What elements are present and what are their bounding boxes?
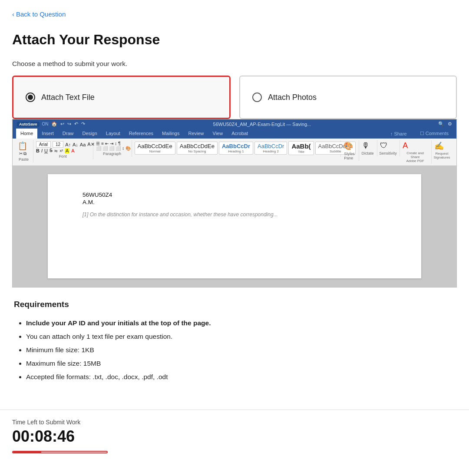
indent-inc-icon[interactable]: ⇥ (110, 141, 113, 146)
align-center-icon[interactable]: ⬜ (102, 146, 108, 151)
word-tab-draw[interactable]: Draw (58, 129, 78, 139)
shading-icon[interactable]: 🎨 (126, 146, 131, 151)
paragraph-label: Paragraph (103, 152, 121, 156)
ribbon-sensitivity-group: 🛡 Sensitivity (378, 140, 400, 156)
dictate-icon[interactable]: 🎙 (362, 141, 370, 150)
font-name-input[interactable]: Arial (36, 141, 51, 148)
ribbon-dictate-group: 🎙 Dictate (360, 140, 377, 156)
attach-text-file-card[interactable]: Attach Text File (12, 76, 231, 119)
cut-icon[interactable]: ✂ (19, 151, 23, 156)
align-left-icon[interactable]: ⬜ (96, 146, 101, 151)
back-to-question-link[interactable]: ‹ Back to Question (12, 10, 66, 18)
adobe-icon[interactable]: A (403, 141, 408, 150)
dictate-label: Dictate (362, 151, 374, 155)
ribbon-font-row: Arial 12 A↑ A↓ Aa A✕ (36, 141, 95, 148)
signatures-icon[interactable]: ✍ (434, 141, 444, 151)
word-tab-mailings[interactable]: Mailings (158, 129, 184, 139)
word-titlebar-left: AutoSave ON 🏠 ↩ ↪ ↶ ↷ (17, 121, 86, 127)
ribbon-paragraph-icons: ☰ ≡ ⇤ ⇥ ↕ ¶ (96, 141, 120, 146)
ribbon-styles-group: AaBbCcDdEe Normal AaBbCcDdEe No Spacing … (133, 140, 341, 157)
italic-button[interactable]: I (41, 148, 43, 153)
copy-icon[interactable]: ⧉ (23, 151, 26, 156)
style-normal[interactable]: AaBbCcDdEe Normal (135, 142, 175, 155)
timer-progress-bar (12, 451, 108, 453)
font-clear-icon[interactable]: A✕ (87, 142, 94, 147)
font-case-icon[interactable]: Aa (80, 142, 86, 147)
style-heading1[interactable]: AaBbCcDr Heading 1 (219, 142, 253, 155)
font-group-label: Font (59, 154, 67, 159)
font-grow-icon[interactable]: A↑ (65, 142, 71, 147)
ribbon-style-swatches: AaBbCcDdEe Normal AaBbCcDdEe No Spacing … (135, 141, 356, 155)
style-heading2[interactable]: AaBbCcDr Heading 2 (254, 142, 287, 155)
word-tab-home[interactable]: Home (16, 129, 37, 139)
requirement-item-1: Include your AP ID and your initials at … (26, 316, 455, 330)
ribbon-signatures-group: ✍ RequestSignatures (433, 140, 453, 160)
ribbon-clipboard-icons: 📋 ✂ ⧉ (18, 141, 27, 156)
ribbon-adobe-group: A Create and ShareAdobe PDF (401, 140, 432, 164)
word-tab-view[interactable]: View (208, 129, 228, 139)
style-no-spacing[interactable]: AaBbCcDdEe No Spacing (177, 142, 218, 155)
ribbon-styles-pane: 🎨 StylesPane (342, 140, 359, 161)
requirements-title: Requirements (14, 300, 455, 309)
page-title: Attach Your Response (12, 32, 457, 48)
method-selection-row: Attach Text File Attach Photos (12, 76, 457, 119)
align-justify-icon[interactable]: ⬜ (116, 146, 121, 151)
word-toolbar-icons: 🏠 ↩ ↪ ↶ ↷ (51, 121, 86, 127)
style-title[interactable]: AaBb( Title (288, 141, 314, 155)
method-subtitle: Choose a method to submit your work. (12, 60, 457, 68)
clipboard-label: Paste (19, 157, 29, 162)
line-spacing-icon[interactable]: ↕ (122, 146, 124, 151)
ribbon-align-icons: ⬜ ⬜ ⬜ ⬜ ↕ 🎨 (96, 146, 131, 151)
word-tab-references[interactable]: References (125, 129, 158, 139)
highlight-button[interactable]: A (65, 148, 69, 153)
word-tab-design[interactable]: Design (78, 129, 102, 139)
sensitivity-label: Sensitivity (379, 151, 397, 155)
text-file-radio[interactable] (26, 93, 35, 102)
styles-pane-label: StylesPane (344, 152, 355, 160)
requirement-item-2: You can attach only 1 text file per exam… (26, 330, 455, 343)
font-color-button[interactable]: A (71, 148, 74, 153)
requirement-item-5: Accepted file formats: .txt, .doc, .docx… (26, 370, 455, 383)
word-tab-insert[interactable]: Insert (37, 129, 58, 139)
paste-icon[interactable]: 📋 (18, 141, 27, 151)
word-tab-review[interactable]: Review (184, 129, 208, 139)
numbering-icon[interactable]: ≡ (101, 141, 104, 146)
autosave-status: ON (42, 122, 49, 126)
word-titlebar-right: 🔍 ⚙ (438, 121, 452, 127)
word-titlebar: AutoSave ON 🏠 ↩ ↪ ↶ ↷ 56WU50Z4_AM_AP-Exa… (13, 119, 456, 129)
sort-icon[interactable]: ↕ (115, 141, 117, 146)
underline-button[interactable]: U (44, 148, 48, 153)
font-size-input[interactable]: 12 (53, 141, 63, 148)
requirements-list: Include your AP ID and your initials at … (14, 316, 455, 383)
bullets-icon[interactable]: ☰ (96, 141, 100, 146)
word-search-icon[interactable]: 🔍 (438, 121, 444, 127)
text-file-radio-fill (28, 95, 33, 100)
strikethrough-button[interactable]: S̶ (50, 148, 53, 153)
superscript-button[interactable]: x² (59, 149, 63, 153)
font-shrink-icon[interactable]: A↓ (73, 142, 78, 147)
timer-progress-fill (13, 452, 41, 453)
word-tab-acrobat[interactable]: Acrobat (227, 129, 252, 139)
sensitivity-icon[interactable]: 🛡 (380, 141, 388, 150)
show-hide-icon[interactable]: ¶ (118, 141, 120, 146)
photos-label: Attach Photos (268, 93, 317, 102)
word-document-page: 56WU50Z4 A.M. [1] On the distinction for… (48, 174, 421, 278)
indent-dec-icon[interactable]: ⇤ (105, 141, 109, 146)
bold-button[interactable]: B (36, 148, 40, 153)
styles-pane-icon[interactable]: 🎨 (343, 141, 353, 151)
align-right-icon[interactable]: ⬜ (109, 146, 114, 151)
subscript-button[interactable]: x₂ (54, 149, 58, 153)
photos-radio[interactable] (252, 93, 262, 102)
word-tab-layout[interactable]: Layout (102, 129, 125, 139)
word-comments-button[interactable]: ☐ Comments (416, 129, 453, 139)
word-ribbon: 📋 ✂ ⧉ Paste Arial 12 A↑ A↓ Aa (13, 139, 456, 165)
attach-photos-card[interactable]: Attach Photos (239, 76, 457, 119)
requirement-item-3: Minimum file size: 1KB (26, 343, 455, 357)
requirements-section: Requirements Include your AP ID and your… (12, 300, 457, 383)
word-share-button[interactable]: ↑ Share (386, 129, 411, 139)
timer-value: 00:08:46 (12, 427, 457, 446)
word-account-icon[interactable]: ⚙ (448, 121, 452, 127)
word-document-preview: AutoSave ON 🏠 ↩ ↪ ↶ ↷ 56WU50Z4_AM_AP-Exa… (12, 119, 457, 288)
ribbon-clipboard-group: 📋 ✂ ⧉ Paste (16, 140, 33, 162)
back-chevron-icon: ‹ (12, 10, 14, 18)
